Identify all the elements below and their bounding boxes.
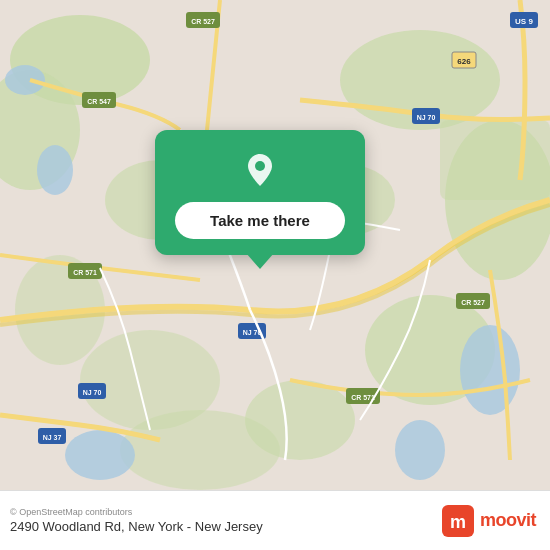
bottom-bar: © OpenStreetMap contributors 2490 Woodla… xyxy=(0,490,550,550)
map-container: US 9 CR 527 CR 547 626 NJ 70 CR 571 CR 5… xyxy=(0,0,550,490)
svg-text:CR 547: CR 547 xyxy=(87,98,111,105)
svg-point-17 xyxy=(65,430,135,480)
address-text: 2490 Woodland Rd, New York - New Jersey xyxy=(10,519,263,534)
svg-point-16 xyxy=(395,420,445,480)
copyright-text: © OpenStreetMap contributors xyxy=(10,507,263,517)
svg-point-14 xyxy=(37,145,73,195)
svg-text:US 9: US 9 xyxy=(515,17,533,26)
svg-text:NJ 70: NJ 70 xyxy=(83,389,102,396)
take-me-there-button[interactable]: Take me there xyxy=(175,202,345,239)
svg-text:NJ 70: NJ 70 xyxy=(417,114,436,121)
svg-text:626: 626 xyxy=(457,57,471,66)
svg-point-42 xyxy=(255,161,265,171)
svg-text:NJ 37: NJ 37 xyxy=(43,434,62,441)
svg-point-15 xyxy=(460,325,520,415)
popup-card[interactable]: Take me there xyxy=(155,130,365,255)
moovit-brand-icon: m xyxy=(442,505,474,537)
svg-point-13 xyxy=(5,65,45,95)
svg-text:m: m xyxy=(450,512,466,532)
bottom-left: © OpenStreetMap contributors 2490 Woodla… xyxy=(10,507,263,534)
svg-point-11 xyxy=(120,410,280,490)
moovit-brand-text: moovit xyxy=(480,510,536,531)
svg-text:CR 571: CR 571 xyxy=(351,394,375,401)
svg-rect-12 xyxy=(440,120,550,200)
moovit-logo: m moovit xyxy=(442,505,536,537)
svg-text:CR 571: CR 571 xyxy=(73,269,97,276)
svg-text:CR 527: CR 527 xyxy=(461,299,485,306)
location-pin-icon xyxy=(238,148,282,192)
svg-text:CR 527: CR 527 xyxy=(191,18,215,25)
